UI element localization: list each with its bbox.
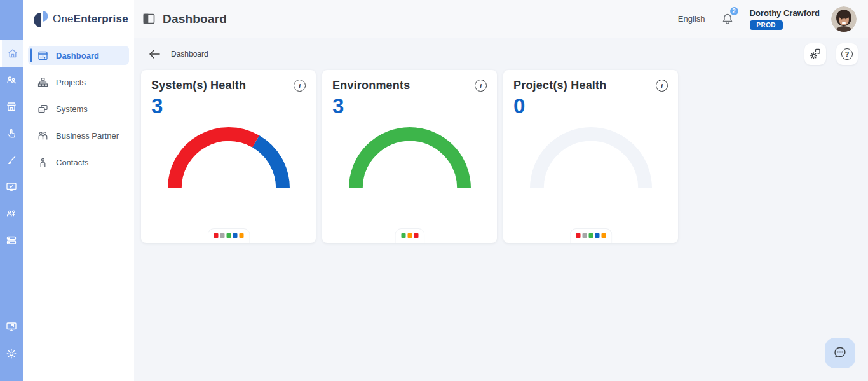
app-window: OneEnterprise Dashboard Projects Systems (0, 0, 868, 381)
brand-logo-icon (32, 10, 50, 29)
sidebar-item-dashboard[interactable]: Dashboard (28, 46, 129, 65)
legend-swatch (414, 233, 418, 238)
dashboard-cards: System(s) Health i 3 Environments i 3 Pr… (134, 70, 868, 243)
legend-swatch (214, 233, 218, 238)
sidebar-item-label: Systems (56, 104, 88, 114)
legend-swatch (220, 233, 224, 238)
sidebar-toggle-icon[interactable] (143, 13, 155, 25)
sidebar: OneEnterprise Dashboard Projects Systems (23, 0, 134, 381)
card-title: Project(s) Health (513, 79, 606, 92)
card-value: 3 (151, 95, 306, 118)
back-button[interactable] (148, 49, 161, 59)
projects-icon (37, 77, 48, 88)
monitor-check-icon[interactable] (0, 174, 23, 200)
environment-badge: PROD (750, 20, 783, 30)
info-icon[interactable]: i (656, 80, 668, 92)
brand-logo: OneEnterprise (23, 0, 134, 38)
help-button[interactable]: ? (836, 43, 858, 65)
sidebar-item-label: Business Partner (56, 131, 119, 141)
gauge-legend (569, 228, 612, 243)
legend-swatch (588, 233, 593, 238)
systems-icon (37, 104, 48, 114)
monitor-share-icon[interactable] (0, 314, 23, 340)
team-icon[interactable] (0, 67, 23, 94)
top-header: Dashboard English 2 Dorothy Crawford PRO… (134, 0, 868, 38)
gear-widget-icon (809, 48, 822, 60)
rail-bottom-group (0, 314, 23, 381)
legend-swatch (226, 233, 231, 238)
sidebar-item-systems[interactable]: Systems (28, 99, 129, 118)
business-partner-icon (37, 130, 48, 141)
language-selector[interactable]: English (678, 14, 705, 24)
settings-gear-icon[interactable] (0, 340, 23, 367)
legend-swatch (401, 233, 405, 238)
sidebar-item-contacts[interactable]: Contacts (28, 153, 129, 172)
back-arrow-icon (148, 49, 161, 59)
sidebar-item-label: Projects (56, 78, 86, 87)
server-icon[interactable] (0, 227, 23, 254)
legend-swatch (582, 233, 587, 238)
toolbar-actions: ? (794, 43, 858, 65)
dashboard-icon (37, 50, 48, 61)
projects-health-card: Project(s) Health i 0 (503, 70, 678, 243)
store-icon[interactable] (0, 94, 23, 120)
touch-icon[interactable] (0, 120, 23, 147)
info-icon[interactable]: i (294, 80, 306, 92)
projects-health-gauge (528, 125, 654, 189)
home-icon[interactable] (0, 40, 23, 67)
users-icon[interactable] (0, 200, 23, 227)
legend-swatch (407, 233, 412, 238)
sidebar-item-projects[interactable]: Projects (28, 73, 129, 92)
chat-button[interactable] (825, 338, 855, 368)
legend-swatch (239, 233, 243, 238)
question-icon: ? (841, 48, 853, 60)
sidebar-item-label: Contacts (56, 158, 88, 167)
page-title: Dashboard (163, 12, 227, 26)
sidebar-item-business-partner[interactable]: Business Partner (28, 126, 129, 145)
user-info[interactable]: Dorothy Crawford PROD (750, 8, 820, 30)
systems-health-card: System(s) Health i 3 (141, 70, 316, 243)
rail-spacer (0, 254, 23, 314)
user-avatar[interactable] (831, 6, 857, 32)
notification-badge: 2 (729, 6, 740, 17)
legend-swatch (601, 233, 606, 238)
systems-health-gauge (166, 125, 292, 189)
card-title: Environments (332, 79, 410, 92)
card-value: 3 (332, 95, 487, 118)
notifications-button[interactable]: 2 (721, 12, 735, 26)
breadcrumb[interactable]: Dashboard (171, 50, 208, 59)
toolbar: Dashboard ? (134, 38, 868, 70)
environments-card: Environments i 3 (322, 70, 497, 243)
main-area: Dashboard English 2 Dorothy Crawford PRO… (134, 0, 868, 381)
user-name: Dorothy Crawford (750, 8, 820, 18)
legend-swatch (595, 233, 599, 238)
environments-gauge (347, 125, 473, 189)
brush-icon[interactable] (0, 147, 23, 174)
sidebar-menu: Dashboard Projects Systems Business Part… (23, 38, 134, 179)
sidebar-item-label: Dashboard (56, 51, 99, 60)
brand-name: OneEnterprise (53, 13, 128, 25)
icon-rail (0, 0, 23, 381)
card-value: 0 (513, 95, 668, 118)
info-icon[interactable]: i (475, 80, 487, 92)
dashboard-settings-button[interactable] (804, 43, 826, 65)
card-title: System(s) Health (151, 79, 246, 92)
legend-swatch (233, 233, 237, 238)
gauge-legend (395, 228, 424, 243)
header-right-group: English 2 Dorothy Crawford PROD (678, 6, 857, 32)
chat-bubble-icon (832, 345, 848, 361)
legend-swatch (576, 233, 580, 238)
contacts-icon (37, 157, 48, 168)
gauge-legend (207, 228, 250, 243)
